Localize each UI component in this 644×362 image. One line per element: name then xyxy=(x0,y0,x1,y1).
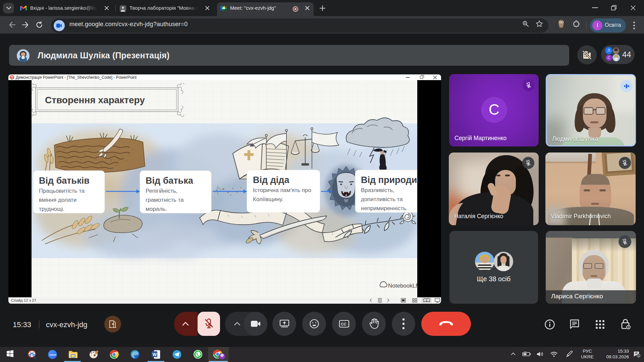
svg-text:Вразливість,: Вразливість, xyxy=(361,187,394,193)
svg-text:допитливість та: допитливість та xyxy=(361,196,403,202)
svg-text:Історична пам'ять про: Історична пам'ять про xyxy=(253,187,311,193)
svg-text:Репігійність,: Репігійність, xyxy=(146,188,178,194)
svg-text:W: W xyxy=(153,352,157,357)
svg-text:NotebookLM: NotebookLM xyxy=(388,283,417,289)
svg-text:мораль.: мораль. xyxy=(146,206,167,212)
svg-text:Коліївщину.: Коліївщину. xyxy=(253,196,283,202)
svg-text:непримиренність.: непримиренність. xyxy=(361,205,408,212)
svg-text:Від батька: Від батька xyxy=(146,176,194,186)
svg-text:Створення характеру: Створення характеру xyxy=(45,95,145,105)
svg-text:грамотність та: грамотність та xyxy=(146,197,184,203)
svg-text:Від природи: Від природи xyxy=(361,175,417,185)
svg-text:вміння долати: вміння долати xyxy=(39,197,76,203)
svg-text:Від батьків: Від батьків xyxy=(39,176,90,186)
svg-text:Від діда: Від діда xyxy=(253,175,289,185)
svg-text:Працьовитість та: Працьовитість та xyxy=(39,188,85,194)
svg-text:CC: CC xyxy=(341,322,346,326)
svg-text:1: 1 xyxy=(638,354,640,358)
svg-text:труднощі.: труднощі. xyxy=(39,206,64,212)
